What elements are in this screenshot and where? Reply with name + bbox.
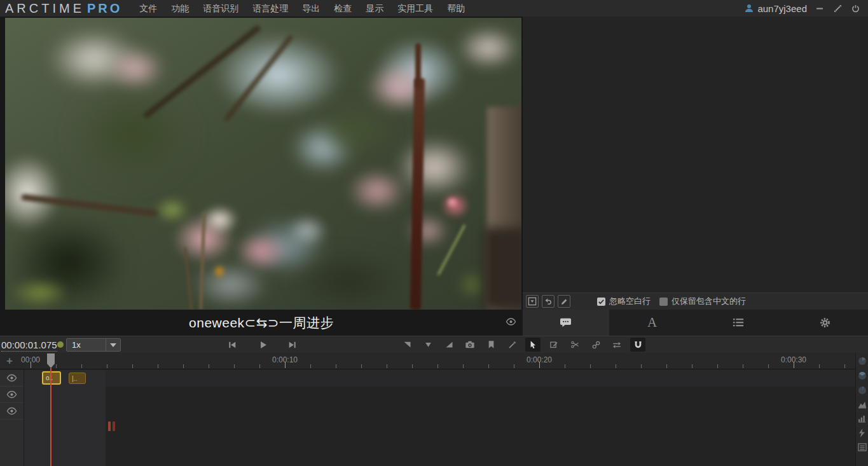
logo-pro: PRO bbox=[87, 1, 122, 16]
minimize-icon bbox=[816, 4, 823, 12]
bokeh bbox=[336, 161, 418, 221]
cut-tool-button[interactable] bbox=[567, 338, 582, 352]
keep-chinese-only-checkbox[interactable] bbox=[659, 298, 668, 306]
chevron-down-icon bbox=[110, 343, 116, 347]
tab-subtitle-list[interactable] bbox=[696, 310, 782, 336]
insert-box-icon bbox=[528, 297, 537, 306]
username-label: aun7yj3eed bbox=[757, 3, 807, 14]
pie-meter-icon[interactable] bbox=[858, 386, 867, 395]
gear-icon bbox=[820, 317, 830, 328]
power-icon bbox=[851, 4, 860, 13]
add-track-button[interactable]: + bbox=[6, 355, 13, 367]
subtitle-tools-bar: 忽略空白行 仅保留包含中文的行 bbox=[523, 292, 868, 310]
bookmark-icon bbox=[487, 340, 495, 349]
form-list-icon[interactable] bbox=[858, 443, 867, 451]
edit-text-button[interactable] bbox=[558, 295, 570, 308]
in-point-button[interactable] bbox=[399, 338, 415, 352]
bokeh bbox=[177, 253, 285, 310]
bokeh bbox=[304, 94, 406, 167]
play-button[interactable] bbox=[255, 338, 270, 352]
track2-visibility-toggle[interactable] bbox=[0, 387, 24, 403]
user-icon bbox=[745, 4, 754, 13]
area-chart-icon[interactable] bbox=[858, 401, 867, 409]
magnet-icon bbox=[633, 340, 643, 350]
tab-font-style[interactable]: A bbox=[609, 310, 696, 336]
bookmark-button[interactable] bbox=[483, 338, 499, 352]
in-point-flag-icon bbox=[403, 340, 412, 349]
menu-language-processing[interactable]: 语言处理 bbox=[245, 0, 295, 17]
swap-tool-button[interactable] bbox=[609, 338, 624, 352]
transport-bar: 00:00:01.075 1x bbox=[0, 336, 868, 353]
quick-create-button[interactable] bbox=[504, 338, 520, 352]
timeline-ruler[interactable]: + 00:00 0:00:10 0:00:20 0:00:30 bbox=[0, 353, 855, 369]
out-point-button[interactable] bbox=[441, 338, 457, 352]
menu-bar: ARCTIME PRO 文件 功能 语音识别 语言处理 导出 检查 显示 实用工… bbox=[0, 0, 868, 17]
speed-value: 1x bbox=[67, 340, 81, 350]
preview-pane: oneweek⊂⇆⊃一周进步 bbox=[0, 17, 523, 336]
playhead-line bbox=[50, 368, 52, 466]
snapshot-button[interactable] bbox=[462, 338, 478, 352]
subtitle-clip-selected[interactable]: o.. bbox=[42, 371, 61, 385]
undo-button[interactable] bbox=[542, 295, 555, 308]
drop-subtitle-button[interactable] bbox=[420, 338, 436, 352]
skip-to-start-button[interactable] bbox=[224, 338, 240, 352]
keep-chinese-only-label: 仅保留包含中文的行 bbox=[672, 296, 746, 307]
orange-glow bbox=[210, 261, 229, 282]
menu-help[interactable]: 帮助 bbox=[440, 0, 472, 17]
eye-icon bbox=[6, 407, 17, 415]
track3-visibility-toggle[interactable] bbox=[0, 403, 24, 420]
eye-icon bbox=[6, 374, 17, 382]
app-logo: ARCTIME PRO bbox=[5, 1, 122, 16]
ignore-blank-lines-label: 忽略空白行 bbox=[609, 296, 651, 307]
minimize-button[interactable] bbox=[815, 3, 825, 13]
pie-meter-icon[interactable] bbox=[858, 371, 867, 380]
playback-speed-dropdown[interactable]: 1x bbox=[66, 338, 121, 352]
scissors-icon bbox=[570, 340, 580, 349]
bar-chart-icon[interactable] bbox=[858, 415, 867, 423]
menu-utilities[interactable]: 实用工具 bbox=[390, 0, 440, 17]
cursor-icon bbox=[528, 340, 537, 350]
menu-display[interactable]: 显示 bbox=[359, 0, 390, 17]
swap-arrows-icon bbox=[612, 341, 622, 349]
menu-function[interactable]: 功能 bbox=[164, 0, 196, 17]
user-account-button[interactable]: aun7yj3eed bbox=[745, 3, 807, 14]
edit-tool-button[interactable] bbox=[546, 338, 561, 352]
eye-icon bbox=[506, 317, 516, 326]
bokeh bbox=[50, 69, 215, 202]
menu-file[interactable]: 文件 bbox=[132, 0, 164, 17]
speech-bubble-icon bbox=[560, 317, 572, 328]
track-header-gutter bbox=[0, 370, 24, 466]
subtitle-visibility-toggle[interactable] bbox=[506, 317, 516, 326]
current-subtitle-text: oneweek⊂⇆⊃一周进步 bbox=[189, 314, 334, 332]
magnet-snap-button[interactable] bbox=[630, 338, 645, 352]
link-tool-button[interactable] bbox=[588, 338, 603, 352]
subtitle-track-band bbox=[24, 370, 855, 387]
media-duration-region bbox=[24, 370, 106, 466]
tab-subtitle-text[interactable] bbox=[523, 310, 609, 336]
magic-wand-icon bbox=[507, 340, 517, 349]
timecode-field[interactable]: 00:00:01.075 bbox=[1, 339, 57, 352]
track1-visibility-toggle[interactable] bbox=[0, 370, 24, 387]
eye-icon bbox=[6, 390, 17, 399]
menu-check[interactable]: 检查 bbox=[327, 0, 359, 17]
menu-speech-recognition[interactable]: 语音识别 bbox=[196, 0, 245, 17]
list-icon bbox=[733, 318, 744, 327]
power-button[interactable] bbox=[850, 3, 860, 13]
subtitle-bar: oneweek⊂⇆⊃一周进步 bbox=[0, 310, 523, 336]
expand-icon bbox=[834, 4, 842, 13]
skip-to-end-button[interactable] bbox=[285, 338, 300, 352]
camera-icon bbox=[465, 340, 475, 349]
select-tool-button[interactable] bbox=[525, 338, 541, 352]
undo-icon bbox=[544, 297, 553, 306]
fullscreen-button[interactable] bbox=[832, 3, 843, 13]
ignore-blank-lines-checkbox[interactable] bbox=[597, 298, 605, 306]
timeline-side-rail bbox=[855, 353, 868, 466]
insert-to-track-button[interactable] bbox=[526, 295, 539, 308]
subtitle-clip[interactable]: |.. bbox=[69, 373, 86, 384]
pie-meter-icon[interactable] bbox=[858, 357, 867, 366]
out-point-flag-icon bbox=[444, 340, 454, 349]
lightning-icon[interactable] bbox=[858, 428, 865, 437]
logo-arctime: ARCTIME bbox=[5, 1, 85, 16]
menu-export[interactable]: 导出 bbox=[295, 0, 327, 17]
tab-settings[interactable] bbox=[782, 310, 868, 336]
